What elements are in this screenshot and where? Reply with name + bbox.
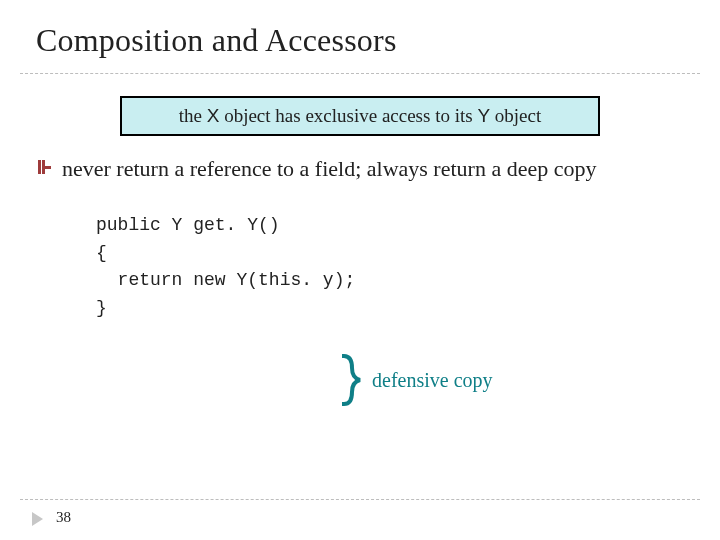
annotation-label: defensive copy	[372, 369, 493, 392]
title-divider	[20, 73, 700, 74]
annotation: defensive copy	[340, 354, 493, 406]
code-line-4: }	[96, 298, 107, 318]
code-line-3: return new Y(this. y);	[96, 270, 355, 290]
bullet-icon	[36, 160, 52, 176]
callout-text-1: the	[179, 105, 207, 126]
slide: Composition and Accessors the X object h…	[0, 0, 720, 540]
bullet-row: never return a reference to a field; alw…	[36, 154, 676, 184]
callout-code-1: X	[207, 105, 220, 126]
callout-text-3: object	[490, 105, 541, 126]
callout-text-2: object has exclusive access to its	[219, 105, 477, 126]
page-number: 38	[56, 509, 71, 526]
play-icon	[32, 512, 43, 526]
code-block: public Y get. Y() { return new Y(this. y…	[96, 212, 676, 324]
callout-box: the X object has exclusive access to its…	[120, 96, 600, 136]
body-area: never return a reference to a field; alw…	[0, 136, 720, 323]
code-line-2: {	[96, 243, 107, 263]
callout-code-2: Y	[477, 105, 490, 126]
footer-divider	[20, 499, 700, 500]
bullet-text: never return a reference to a field; alw…	[62, 154, 596, 184]
page-title: Composition and Accessors	[0, 0, 720, 73]
brace-icon	[340, 354, 362, 406]
code-line-1: public Y get. Y()	[96, 215, 280, 235]
